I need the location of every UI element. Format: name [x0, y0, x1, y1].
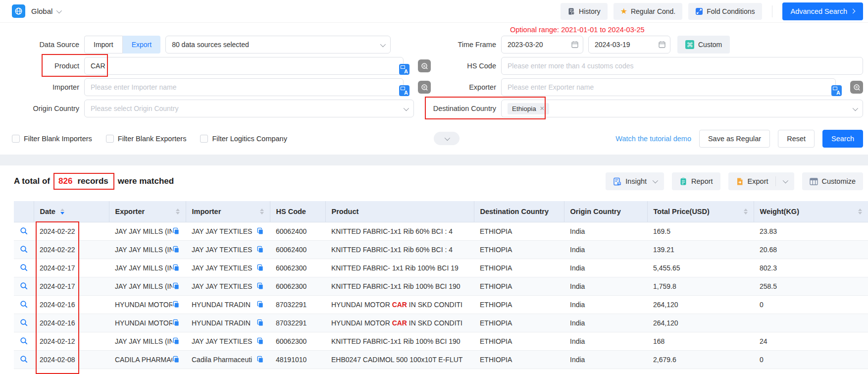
topbar: Global History★Regular Cond.Fold Conditi…: [0, 0, 868, 23]
importer-input[interactable]: [84, 78, 404, 96]
command-icon: ⌘: [685, 40, 694, 49]
copy-icon[interactable]: [172, 337, 180, 345]
destination-country-row: Destination Country Ethiopia ✕: [431, 100, 863, 117]
sort-icon[interactable]: [176, 209, 180, 214]
copy-icon[interactable]: [256, 319, 264, 326]
view-detail-magnifier-icon[interactable]: [19, 299, 29, 309]
search-button[interactable]: Search: [822, 130, 863, 148]
cell-destination: ETHIOPIA: [474, 314, 564, 332]
copy-icon[interactable]: [256, 227, 264, 235]
fuzzy-match-icon[interactable]: [418, 59, 431, 72]
view-detail-magnifier-icon[interactable]: [19, 318, 29, 327]
destination-country-select[interactable]: Ethiopia ✕: [501, 100, 863, 117]
export-button[interactable]: Export: [728, 172, 794, 190]
col-header-weight[interactable]: Weight(KG): [754, 201, 868, 222]
reset-button[interactable]: Reset: [778, 130, 815, 148]
cell-exporter: HYUNDAI MOTOR IND: [109, 314, 186, 332]
copy-icon[interactable]: [256, 337, 264, 345]
regular-cond-button[interactable]: ★Regular Cond.: [613, 3, 683, 20]
cell-weight: 258.5: [754, 277, 868, 295]
cell-weight: [754, 314, 868, 332]
cell-total-price: 5,455.65: [647, 259, 754, 277]
col-header-destination: Destination Country: [474, 201, 564, 222]
copy-icon[interactable]: [256, 282, 264, 290]
tab-export[interactable]: Export: [123, 36, 160, 53]
cell-destination: ETHIOPIA: [474, 350, 564, 369]
cell-weight: 23.83: [754, 222, 868, 240]
origin-country-select[interactable]: Please select Origin Country: [84, 100, 414, 117]
product-input[interactable]: [84, 57, 404, 75]
collapse-conditions-button[interactable]: [434, 132, 460, 145]
customize-button[interactable]: Customize: [802, 172, 864, 190]
view-detail-magnifier-icon[interactable]: [19, 244, 29, 254]
search-panel: Optional range: 2021-01-01 to 2024-03-25…: [0, 23, 868, 155]
col-header-total_price[interactable]: Total Price(USD): [647, 201, 754, 222]
translate-icon[interactable]: A: [831, 85, 842, 96]
custom-timeframe-button[interactable]: ⌘ Custom: [677, 36, 730, 53]
view-detail-magnifier-icon[interactable]: [19, 281, 29, 291]
table-row: 2024-02-12JAY JAY MILLS (INDIJAY JAY TEX…: [14, 332, 868, 350]
cell-product: KNITTED FABRIC-1x1 Rib 100% BCI 190: [325, 277, 474, 295]
copy-icon[interactable]: [256, 356, 264, 363]
col-header-exporter[interactable]: Exporter: [109, 201, 186, 222]
remove-tag-icon[interactable]: ✕: [540, 105, 545, 112]
results-summary: A total of 826 records were matched: [14, 173, 174, 190]
view-detail-magnifier-icon[interactable]: [19, 263, 29, 272]
exporter-input[interactable]: [501, 78, 836, 96]
data-source-label: Data Source: [12, 41, 79, 49]
cell-origin: India: [564, 240, 647, 259]
filter-checkbox-1[interactable]: Filter Blank Exporters: [106, 135, 187, 143]
sort-icon[interactable]: [744, 209, 748, 214]
data-source-row: Data Source Import Export 80 data source…: [12, 36, 431, 53]
table-row: 2024-02-22JAY JAY MILLS (INDIJAY JAY TEX…: [14, 222, 868, 240]
history-button[interactable]: History: [561, 3, 608, 20]
sort-icon[interactable]: [260, 209, 264, 214]
advanced-search-button[interactable]: Advanced Search: [782, 2, 863, 20]
checkbox-icon[interactable]: [106, 135, 114, 143]
copy-icon[interactable]: [172, 301, 180, 308]
save-as-regular-button[interactable]: Save as Regular: [699, 130, 770, 148]
row-detail-cell: [14, 259, 34, 277]
copy-icon[interactable]: [172, 246, 180, 253]
view-detail-magnifier-icon[interactable]: [19, 336, 29, 346]
copy-icon[interactable]: [256, 301, 264, 308]
copy-icon[interactable]: [256, 246, 264, 253]
filters-actions-row: Filter Blank ImportersFilter Blank Expor…: [12, 130, 863, 148]
filter-checkbox-0[interactable]: Filter Blank Importers: [12, 135, 92, 143]
region-selector[interactable]: Global: [31, 7, 60, 15]
section-divider: [0, 155, 868, 165]
filter-checkbox-2[interactable]: Filter Logitics Company: [200, 135, 287, 143]
copy-icon[interactable]: [172, 264, 180, 271]
fuzzy-match-icon[interactable]: [418, 81, 431, 94]
cell-total-price: 169.5: [647, 222, 754, 240]
checkbox-icon[interactable]: [200, 135, 208, 143]
sort-icon[interactable]: [60, 209, 64, 214]
view-detail-magnifier-icon[interactable]: [19, 354, 29, 364]
sort-icon[interactable]: [858, 209, 862, 214]
col-header-importer[interactable]: Importer: [186, 201, 270, 222]
tab-import[interactable]: Import: [84, 36, 123, 53]
fold-conditions-button[interactable]: Fold Conditions: [688, 3, 762, 20]
calendar-icon[interactable]: [658, 41, 666, 50]
copy-icon[interactable]: [172, 227, 180, 235]
optional-range-text: Optional range: 2021-01-01 to 2024-03-25: [510, 26, 645, 34]
insight-button[interactable]: BIInsight: [606, 172, 664, 190]
copy-icon[interactable]: [172, 356, 180, 363]
hs-code-input[interactable]: [501, 57, 863, 75]
data-source-select[interactable]: 80 data sources selected: [165, 36, 391, 53]
copy-icon[interactable]: [256, 264, 264, 271]
copy-icon[interactable]: [172, 319, 180, 326]
importer-row: Importer A: [12, 78, 431, 96]
fuzzy-match-icon[interactable]: [850, 81, 863, 94]
tutorial-link[interactable]: Watch the tutorial demo: [615, 135, 691, 143]
calendar-icon[interactable]: [571, 41, 579, 50]
checkbox-icon[interactable]: [12, 135, 20, 143]
col-header-date[interactable]: Date: [34, 201, 109, 222]
translate-icon[interactable]: A: [399, 85, 409, 96]
chevron-down-icon[interactable]: [782, 178, 788, 183]
translate-icon[interactable]: A: [399, 64, 409, 75]
view-detail-magnifier-icon[interactable]: [19, 226, 29, 236]
copy-icon[interactable]: [172, 282, 180, 290]
insight-icon: BI: [613, 177, 621, 186]
report-button[interactable]: Report: [672, 172, 720, 190]
